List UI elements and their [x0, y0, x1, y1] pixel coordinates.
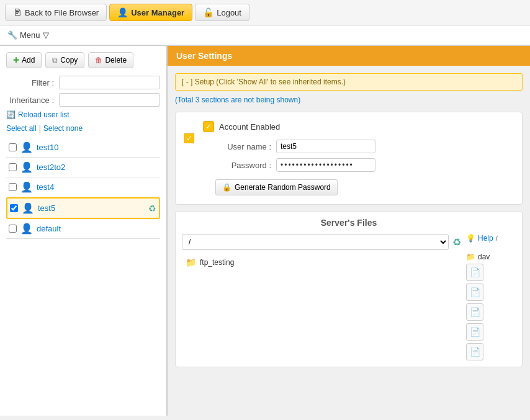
password-label: Password :: [215, 161, 271, 170]
file-list-item[interactable]: 📁ftp_testing: [182, 255, 461, 270]
user-refresh-icon[interactable]: ♻: [148, 203, 156, 213]
account-inner: ✓ ✓ Account Enabled User name : Password…: [184, 121, 513, 195]
file-action-btn-5[interactable]: 📄: [466, 343, 483, 360]
account-checkbox-col: ✓: [184, 121, 194, 195]
delete-button[interactable]: 🗑 Delete: [88, 52, 133, 68]
user-avatar-icon: 👤: [22, 202, 34, 214]
user-list-item[interactable]: 👤test10: [6, 138, 160, 158]
file-list: 📁ftp_testing: [182, 255, 461, 270]
user-name-label: test4: [37, 182, 54, 192]
logout-label: Logout: [217, 8, 241, 17]
account-enabled-check[interactable]: ✓: [203, 121, 214, 132]
dav-item: 📁 dav: [466, 252, 516, 261]
user-avatar-icon: 👤: [20, 161, 33, 173]
total-info: (Total 3 sections are not being shown): [175, 96, 523, 104]
back-button-label: Back to File Browser: [25, 8, 99, 17]
delete-icon: 🗑: [95, 56, 102, 65]
user-settings-header: User Settings: [168, 46, 530, 66]
left-panel: ✚ Add ⧉ Copy 🗑 Delete Filter : Inheritan…: [0, 46, 168, 416]
generate-password-button[interactable]: 🔒 Generate Random Password: [215, 179, 338, 195]
user-name-label: test2to2: [37, 163, 65, 172]
inheritance-row: Inheritance :: [6, 93, 160, 107]
user-checkbox[interactable]: [9, 163, 17, 171]
inheritance-label: Inheritance :: [6, 96, 59, 105]
file-action-btn-3[interactable]: 📄: [466, 303, 483, 321]
files-refresh-button[interactable]: ♻: [452, 236, 461, 248]
server-files-title: Server's Files: [182, 218, 516, 228]
menu-trigger[interactable]: 🔧 Menu ▽: [7, 30, 49, 40]
account-section: ✓ ✓ Account Enabled User name : Password…: [175, 112, 523, 205]
file-action-btn-4[interactable]: 📄: [466, 323, 483, 341]
path-select[interactable]: /: [182, 234, 449, 250]
file-action-btn-1[interactable]: 📄: [466, 264, 483, 281]
delete-label: Delete: [105, 56, 127, 65]
user-name-label: test5: [38, 203, 55, 213]
user-list: 👤test10👤test2to2👤test4👤test5♻👤default: [6, 138, 160, 239]
dav-folder-icon: 📁: [466, 252, 475, 261]
top-navigation: 🖹 Back to File Browser 👤 User Manager 🔓 …: [0, 0, 530, 25]
settings-content: [ - ] Setup (Click 'Show All' to see inh…: [168, 66, 530, 375]
user-checkbox[interactable]: [9, 183, 17, 191]
folder-name: ftp_testing: [200, 258, 234, 267]
filter-row: Filter :: [6, 76, 160, 89]
user-name-label: test10: [37, 143, 58, 152]
user-list-item[interactable]: 👤default: [6, 219, 160, 239]
username-input[interactable]: [276, 140, 375, 153]
account-enabled-row: ✓ Account Enabled: [203, 121, 513, 132]
path-row: / ♻: [182, 234, 461, 250]
username-row: User name :: [203, 140, 513, 153]
generate-password-label: Generate Random Password: [235, 183, 331, 192]
add-button[interactable]: ✚ Add: [6, 52, 42, 68]
total-info-post: sections are not being shown): [199, 96, 300, 104]
help-link[interactable]: Help: [478, 234, 493, 243]
files-right-panel: 💡 Help / 📁 dav 📄 📄 📄 📄 📄: [466, 234, 516, 360]
user-checkbox[interactable]: [9, 225, 17, 233]
logout-icon: 🔓: [203, 7, 213, 17]
menu-bar: 🔧 Menu ▽: [0, 25, 530, 45]
right-panel: User Settings [ - ] Setup (Click 'Show A…: [168, 46, 530, 416]
filter-input[interactable]: [59, 76, 160, 89]
user-checkbox[interactable]: [9, 143, 17, 151]
inheritance-input[interactable]: [59, 93, 160, 107]
user-settings-title: User Settings: [176, 51, 232, 61]
lock-icon: 🔒: [222, 183, 231, 192]
reload-icon: 🔄: [6, 110, 16, 119]
dav-label: dav: [478, 252, 490, 261]
copy-icon: ⧉: [52, 56, 58, 65]
add-label: Add: [22, 56, 35, 65]
username-label: User name :: [215, 142, 271, 151]
user-list-item[interactable]: 👤test5♻: [6, 197, 160, 219]
setup-bar[interactable]: [ - ] Setup (Click 'Show All' to see inh…: [175, 73, 523, 91]
reload-user-list-link[interactable]: 🔄 Reload user list: [6, 110, 160, 119]
copy-label: Copy: [60, 56, 78, 65]
file-browser-icon: 🖹: [13, 7, 22, 17]
logout-button[interactable]: 🔓 Logout: [195, 4, 249, 21]
setup-text: [ - ] Setup (Click 'Show All' to see inh…: [182, 78, 346, 86]
file-action-btn-2[interactable]: 📄: [466, 284, 483, 301]
copy-button[interactable]: ⧉ Copy: [45, 52, 84, 68]
select-all-link[interactable]: Select all: [6, 124, 37, 133]
account-side-checkbox[interactable]: ✓: [184, 133, 194, 143]
chevron-down-icon: ▽: [43, 30, 49, 40]
user-manager-label: User Manager: [131, 8, 184, 17]
select-controls: Select all | Select none: [6, 124, 160, 133]
account-form: ✓ Account Enabled User name : Password :: [203, 121, 513, 195]
files-help-row: 💡 Help /: [466, 234, 516, 243]
user-manager-icon: 👤: [117, 7, 128, 17]
user-name-label: default: [37, 224, 61, 233]
user-manager-button[interactable]: 👤 User Manager: [109, 4, 192, 21]
reload-label: Reload user list: [18, 110, 70, 119]
password-input[interactable]: [276, 158, 375, 172]
back-to-file-browser-button[interactable]: 🖹 Back to File Browser: [5, 4, 107, 21]
user-avatar-icon: 👤: [20, 141, 33, 153]
plus-icon: ✚: [13, 56, 19, 65]
path-label: /: [496, 235, 498, 242]
user-checkbox[interactable]: [10, 204, 18, 212]
separator: |: [39, 124, 41, 133]
files-layout: / ♻ 📁ftp_testing 💡 Help /: [182, 234, 516, 360]
user-list-item[interactable]: 👤test2to2: [6, 158, 160, 177]
password-row: Password :: [203, 158, 513, 172]
filter-label: Filter :: [6, 78, 59, 87]
select-none-link[interactable]: Select none: [43, 124, 83, 133]
user-list-item[interactable]: 👤test4: [6, 177, 160, 197]
